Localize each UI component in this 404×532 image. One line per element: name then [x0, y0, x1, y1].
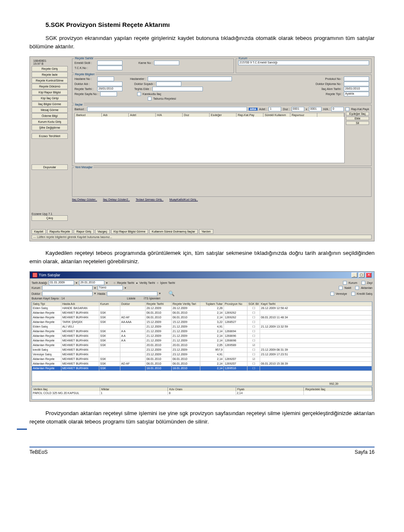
footer-button[interactable]: Vazgeç: [95, 229, 110, 234]
close-icon[interactable]: ✕: [366, 273, 372, 278]
paragraph-3: Provizyondan aktarılan reçeteyi silme iş…: [29, 409, 375, 426]
listele-icon[interactable]: 🔍: [168, 291, 175, 296]
grid-side-button[interactable]: Eşdeğer İlaç: [346, 112, 369, 116]
table-row[interactable]: Aktarılan ReçeteMEHMET BURHANSSK08.01.20…: [32, 357, 372, 362]
table-row[interactable]: Aktarılan ReçeteTARIK ŞİMŞEKSSKAA AAA15.…: [32, 320, 372, 325]
minimize-icon[interactable]: _: [351, 273, 357, 278]
maximize-icon[interactable]: ▢: [359, 273, 364, 278]
table-row[interactable]: Elden SatışALİ VELİ21.12.200921.12.20094…: [32, 325, 372, 329]
table-row[interactable]: Aktarılan ReçeteMEHMET BURHANSSKA A21.12…: [32, 339, 372, 343]
table-row[interactable]: Aktarılan ReçeteMEHMET BURHANSSK08.01.20…: [32, 311, 372, 315]
footer-left: TeBEoS: [29, 449, 48, 455]
footer-button[interactable]: Kişi Rapor Bilgisi Görme: [111, 229, 148, 234]
table-row[interactable]: Aktarılan ReçeteMEHMET BURHANSSK18.01.20…: [32, 366, 372, 371]
status-bar: --- Lütfen reçete bilgilerini girerek Ka…: [32, 235, 372, 239]
footer-button[interactable]: Yardım: [199, 229, 213, 234]
app-icon: [32, 273, 37, 278]
sidebar-item[interactable]: Reçete Kontrol/Silme: [32, 78, 68, 83]
table-row[interactable]: Aktarılan ReçeteMEHMET BURHANSSK20.01.20…: [32, 343, 372, 348]
paragraph-1: SGK provizyon ekranından yapılan reçete …: [29, 34, 375, 50]
sidebar-item[interactable]: Reçete Dökümü: [32, 84, 68, 89]
footer-link[interactable]: MuayKatİstKod Giriş..: [169, 198, 198, 201]
grid-total: 992,39: [32, 381, 372, 386]
listele-link[interactable]: Listele: [127, 297, 136, 300]
table-row[interactable]: Elden SatışHANDE BASARAN28.12.200928.12.…: [32, 306, 372, 311]
grid-side-button[interactable]: Sil: [346, 121, 369, 125]
sidebar-item[interactable]: Mesaj Görme: [32, 107, 68, 113]
footer-link[interactable]: Tedavi Şeması Giriş..: [136, 198, 163, 201]
sidebar-item[interactable]: Şifre Değiştirme: [32, 125, 68, 130]
paragraph-2: Kaydedilen reçeteyi tebeos programında g…: [29, 249, 375, 265]
its-islemleri-link[interactable]: İTS İşlemleri: [144, 297, 160, 300]
screenshot-tum-satislar: Tüm Satışlar _ ▢ ✕ Tarih Aralığı 01.01.2…: [29, 271, 375, 402]
table-row[interactable]: Veresiye SatışMEHMET BURHAN23.12.200923.…: [32, 352, 372, 357]
sidebar-item[interactable]: Ödeme Bilgi: [32, 113, 68, 119]
ara-button[interactable]: ARA: [249, 108, 258, 111]
grid-side-button[interactable]: Ekle: [346, 116, 369, 120]
eczaci-tercihleri-button[interactable]: Eczacı Tercihleri: [32, 133, 68, 139]
sidebar-item[interactable]: Kurum Kodu Giriş: [32, 119, 68, 124]
sidebar-item[interactable]: Kişi İlaç Girişi: [32, 95, 68, 101]
sidebar-item[interactable]: Reçete Giriş: [32, 66, 68, 71]
footer-button[interactable]: Rapor Giriş: [74, 229, 93, 234]
footer-right: Sayfa 16: [355, 449, 375, 455]
cikis-button[interactable]: Çıkış: [32, 215, 68, 221]
table-row[interactable]: Aktarılan ReçeteMEHMET BURHANSSKAD AF08.…: [32, 315, 372, 320]
sidebar-item[interactable]: Kişi Rapor Bilgisi: [32, 90, 68, 95]
footer-button[interactable]: Kullanım Süresi Dolmamış İlaçlar: [149, 229, 198, 234]
duyurular-button[interactable]: Duyurular: [32, 164, 68, 170]
screenshot-sgk-provizyon: 1884080119.97 B Reçete GirişReçete İadeR…: [29, 56, 375, 241]
footer-link[interactable]: İlaç Detayı Göster..: [72, 198, 97, 201]
sidebar-item[interactable]: İlaç Bilgisi Görme: [32, 101, 68, 107]
table-row[interactable]: kredili SatışMEHMET BURHAN23.12.200923.1…: [32, 348, 372, 352]
page-footer: TeBEoS Sayfa 16: [29, 447, 375, 455]
footer-button[interactable]: Kaydet: [32, 229, 46, 234]
table-row[interactable]: Aktarılan ReçeteMEHMET BURHANSSKAD AF08.…: [32, 362, 372, 366]
footer-button[interactable]: Raporlu Reçete: [47, 229, 73, 234]
table-row[interactable]: Aktarılan ReçeteMEHMET BURHANSSKA A21.12…: [32, 334, 372, 339]
heading: 5.SGK Provizyon Sistemi Reçete Aktarımı: [29, 21, 375, 28]
sidebar-item[interactable]: Reçete İade: [32, 72, 68, 77]
footer-link[interactable]: İlaç Detayı Göster2..: [103, 198, 130, 201]
window-title: Tüm Satışlar: [39, 273, 60, 277]
table-row[interactable]: Aktarılan ReçeteMEHMET BURHANSSKA A21.12…: [32, 329, 372, 334]
